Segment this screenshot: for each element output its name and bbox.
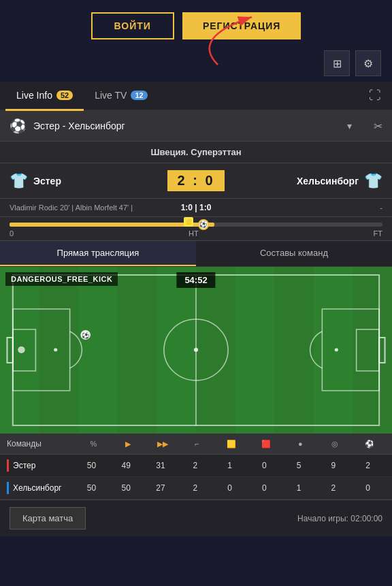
- calculator-button[interactable]: ⊞: [324, 50, 350, 76]
- stats-val-0-3: 2: [178, 461, 212, 470]
- stats-col-red: 🟥: [250, 440, 282, 449]
- icon-row: ⊞ ⚙: [0, 48, 392, 82]
- expand-button[interactable]: ⛶: [363, 83, 387, 108]
- tabs-row: Live Info 52 Live TV 12 ⛶: [0, 82, 392, 111]
- stats-val-1-3: 2: [178, 483, 212, 493]
- stats-val-1-2: 27: [144, 483, 178, 493]
- stats-val-1-7: 2: [316, 483, 350, 493]
- tab-live-info-label: Live Info: [16, 90, 52, 101]
- svg-point-10: [194, 348, 198, 352]
- progress-start: 0: [10, 229, 14, 238]
- events-row: Vladimir Rodic 20' | Albin Morfelt 47' |…: [0, 199, 392, 217]
- progress-ht: HT: [189, 229, 199, 238]
- stats-col-shots2: ▶▶: [146, 440, 178, 449]
- calculator-icon: ⊞: [333, 57, 342, 70]
- stats-col-pct: %: [78, 440, 110, 448]
- stats-row-away: Хельсинборг 50 50 27 2 0 0 1 2 0: [0, 477, 392, 500]
- match-name: Эстер - Хельсинборг: [33, 120, 340, 131]
- stats-val-1-4: 0: [212, 483, 247, 493]
- stats-team-away: Хельсинборг: [13, 483, 74, 493]
- stats-val-0-8: 2: [350, 461, 385, 470]
- stats-val-1-0: 50: [74, 483, 109, 493]
- stats-val-1-1: 50: [109, 483, 144, 493]
- league-name: Швеция. Суперэттан: [0, 142, 392, 163]
- stats-val-0-0: 50: [74, 461, 109, 470]
- live-tv-badge: 12: [131, 91, 147, 100]
- soccer-field-svg: ⚽: [0, 267, 392, 434]
- team-home-name: Эстер: [33, 176, 61, 186]
- login-button[interactable]: ВОЙТИ: [91, 12, 174, 39]
- top-header: ВОЙТИ РЕГИСТРАЦИЯ: [0, 0, 392, 48]
- stats-col-shots: ▶: [112, 440, 144, 449]
- match-event-label: DANGEROUS_FREE_KICK: [5, 272, 118, 286]
- svg-rect-4: [157, 267, 196, 434]
- stats-val-1-8: 0: [350, 483, 385, 493]
- gear-icon: ⚙: [363, 57, 373, 70]
- match-tabs: Прямая трансляция Составы команд: [0, 241, 392, 267]
- svg-text:⚽: ⚽: [82, 331, 90, 340]
- stats-col-teams: Команды: [7, 439, 75, 449]
- stats-header: Команды % ▶ ▶▶ ⌐ 🟨 🟥 ● ◎ ⚽: [0, 434, 392, 455]
- stats-col-target: ◎: [319, 440, 351, 449]
- stats-val-0-7: 9: [316, 461, 350, 470]
- register-button[interactable]: РЕГИСТРАЦИЯ: [182, 12, 301, 39]
- svg-rect-3: [78, 267, 118, 434]
- team-away: Хельсинборг 👕: [225, 172, 382, 190]
- stats-col-yellow: 🟨: [216, 440, 248, 449]
- match-card-button[interactable]: Карта матча: [10, 507, 86, 530]
- main-panel: Live Info 52 Live TV 12 ⛶ ⚽ Эстер - Хель…: [0, 82, 392, 536]
- stats-val-0-6: 5: [282, 461, 316, 470]
- stats-val-0-4: 1: [212, 461, 247, 470]
- events-away: -: [216, 204, 382, 212]
- settings-button[interactable]: ⚙: [355, 50, 381, 76]
- team-indicator-home: [7, 459, 9, 472]
- stats-row-home: Эстер 50 49 31 2 1 0 5 9 2: [0, 455, 392, 477]
- field-container: DANGEROUS_FREE_KICK 54:52: [0, 267, 392, 434]
- score-mini: 1:0 | 1:0: [181, 203, 212, 212]
- score-row: 👕 Эстер 2 : 0 Хельсинборг 👕: [0, 163, 392, 199]
- start-time: Начало игры: 02:00:00: [297, 514, 382, 523]
- team-home: 👕 Эстер: [10, 172, 167, 190]
- svg-rect-6: [314, 267, 353, 434]
- event-marker: 🟨: [184, 217, 193, 227]
- team-indicator-away: [7, 482, 9, 494]
- svg-rect-5: [235, 267, 275, 434]
- stats-col-corners: ⌐: [181, 440, 213, 448]
- tab-live-stream[interactable]: Прямая трансляция: [0, 241, 196, 266]
- stats-val-1-5: 0: [247, 483, 282, 493]
- match-selector[interactable]: ⚽ Эстер - Хельсинборг ▾ ✂: [0, 111, 392, 142]
- tab-squads[interactable]: Составы команд: [196, 241, 392, 266]
- stats-val-1-6: 1: [282, 483, 316, 493]
- tab-live-tv[interactable]: Live TV 12: [84, 82, 158, 111]
- tab-live-info[interactable]: Live Info 52: [5, 82, 84, 111]
- stats-val-0-2: 31: [144, 461, 178, 470]
- svg-point-21: [18, 346, 24, 353]
- ball-position-marker: ⚽: [198, 219, 209, 230]
- shirt-away-icon: 👕: [364, 172, 382, 190]
- stats-col-circle: ●: [284, 440, 316, 448]
- stats-team-home: Эстер: [13, 461, 74, 470]
- progress-labels: 0 HT FT: [10, 229, 382, 238]
- progress-bar: ⚽ 🟨: [10, 223, 382, 227]
- live-info-badge: 52: [56, 91, 73, 100]
- shirt-home-icon: 👕: [10, 172, 28, 190]
- match-timer: 54:52: [176, 272, 215, 288]
- tab-live-tv-label: Live TV: [95, 90, 127, 101]
- score-display: 2 : 0: [167, 170, 224, 191]
- team-away-name: Хельсинборг: [297, 176, 359, 186]
- stats-val-0-1: 49: [109, 461, 144, 470]
- stats-val-0-5: 0: [247, 461, 282, 470]
- soccer-ball-icon: ⚽: [10, 118, 27, 134]
- stats-col-ball: ⚽: [353, 440, 385, 449]
- bottom-row: Карта матча Начало игры: 02:00:00: [0, 500, 392, 536]
- svg-point-18: [335, 348, 338, 352]
- progress-ft: FT: [374, 229, 382, 238]
- tools-icon: ✂: [374, 120, 382, 133]
- events-home: Vladimir Rodic 20' | Albin Morfelt 47' |: [10, 204, 176, 212]
- chevron-down-icon: ▾: [347, 120, 352, 131]
- progress-row: ⚽ 🟨 0 HT FT: [0, 217, 392, 241]
- svg-point-14: [54, 348, 57, 352]
